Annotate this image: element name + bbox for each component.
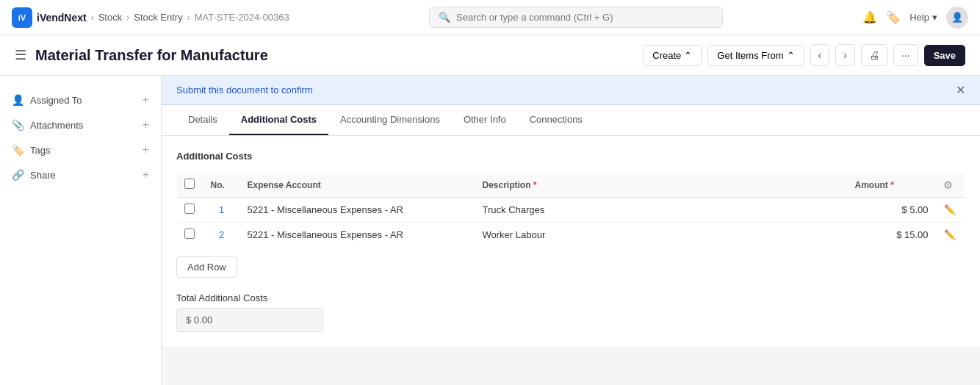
- create-button[interactable]: Create ⌃: [643, 45, 702, 66]
- sidebar-attachments-label: Attachments: [30, 120, 83, 131]
- table-row: 1 5221 - Miscellaneous Expenses - AR Tru…: [177, 198, 965, 223]
- row-checkbox-cell: [177, 223, 203, 248]
- additional-costs-section: Additional Costs No. Expense Account: [162, 136, 980, 347]
- assigned-to-icon: 👤: [12, 94, 24, 106]
- share-add-icon[interactable]: +: [143, 168, 149, 181]
- tab-accounting-dimensions[interactable]: Accounting Dimensions: [328, 105, 452, 135]
- sidebar-item-share[interactable]: 🔗 Share +: [0, 162, 161, 187]
- sidebar-item-assigned-to[interactable]: 👤 Assigned To +: [0, 87, 161, 112]
- save-button[interactable]: Save: [924, 45, 965, 66]
- breadcrumb-stock[interactable]: Stock: [98, 12, 123, 23]
- table-settings-icon[interactable]: ⚙: [943, 179, 953, 191]
- avatar-icon: 👤: [951, 12, 963, 23]
- row-description-2[interactable]: Worker Labour: [475, 223, 848, 248]
- assigned-to-add-icon[interactable]: +: [143, 93, 149, 107]
- breadcrumb-sep-2: ›: [126, 12, 129, 23]
- tab-details[interactable]: Details: [176, 105, 229, 135]
- row-amount-2[interactable]: $ 15.00: [848, 223, 936, 248]
- additional-costs-table: No. Expense Account Description * Amount…: [176, 172, 965, 248]
- breadcrumb-stock-entry[interactable]: Stock Entry: [134, 12, 182, 23]
- tabs: Details Additional Costs Accounting Dime…: [176, 105, 965, 135]
- sidebar-tags-label: Tags: [30, 145, 50, 156]
- row-edit-icon-2[interactable]: ✏️: [944, 229, 956, 240]
- app-name: iVendNext: [37, 12, 87, 24]
- main-content: Submit this document to confirm ✕ Detail…: [162, 76, 980, 385]
- add-row-button[interactable]: Add Row: [176, 256, 237, 278]
- row-description-1[interactable]: Truck Charges: [475, 198, 848, 223]
- tab-other-info[interactable]: Other Info: [452, 105, 518, 135]
- sidebar-assigned-to-label: Assigned To: [30, 95, 82, 106]
- table-header-row: No. Expense Account Description * Amount…: [177, 173, 965, 198]
- avatar[interactable]: 👤: [946, 7, 968, 29]
- row-edit-icon-1[interactable]: ✏️: [944, 204, 956, 215]
- total-section: Total Additional Costs $ 0.00: [176, 292, 965, 332]
- col-header-expense-account: Expense Account: [240, 173, 475, 198]
- submit-banner: Submit this document to confirm ✕: [162, 76, 980, 105]
- sidebar-item-attachments[interactable]: 📎 Attachments +: [0, 112, 161, 137]
- row-edit-cell-2: ✏️: [936, 223, 965, 248]
- get-items-label: Get Items From: [717, 50, 783, 61]
- tabs-container: Details Additional Costs Accounting Dime…: [162, 105, 980, 136]
- breadcrumb-sep-3: ›: [187, 12, 190, 23]
- row-no-2[interactable]: 2: [203, 223, 240, 248]
- row-checkbox-cell: [177, 198, 203, 223]
- topnav-left: iV iVendNext › Stock › Stock Entry › MAT…: [12, 7, 289, 28]
- logo-icon: iV: [12, 7, 32, 28]
- col-header-no: No.: [203, 173, 240, 198]
- banner-close-button[interactable]: ✕: [956, 83, 965, 97]
- page-header: ☰ Material Transfer for Manufacture Crea…: [0, 35, 980, 76]
- tags-icon: 🏷️: [12, 144, 24, 156]
- row-amount-1[interactable]: $ 5.00: [848, 198, 936, 223]
- get-items-chevron-icon: ⌃: [787, 50, 795, 61]
- page-header-left: ☰ Material Transfer for Manufacture: [15, 47, 268, 64]
- row-edit-cell-1: ✏️: [936, 198, 965, 223]
- chevron-down-icon: ▾: [932, 12, 937, 23]
- attachments-icon: 📎: [12, 119, 24, 131]
- sidebar-share-label: Share: [30, 170, 56, 181]
- row-checkbox-2[interactable]: [184, 229, 195, 239]
- more-options-button[interactable]: ···: [893, 44, 918, 66]
- tab-connections[interactable]: Connections: [518, 105, 594, 135]
- section-title: Additional Costs: [176, 151, 965, 162]
- help-label: Help: [909, 12, 929, 23]
- share-icon: 🔗: [12, 169, 24, 181]
- main-layout: 👤 Assigned To + 📎 Attachments + 🏷️ Tags …: [0, 76, 980, 385]
- search-container: 🔍: [429, 7, 723, 28]
- search-input[interactable]: [456, 12, 713, 23]
- bell-icon[interactable]: 🔔: [862, 10, 877, 24]
- print-button[interactable]: 🖨: [861, 44, 887, 66]
- amount-required-star: *: [890, 180, 894, 190]
- submit-banner-text: Submit this document to confirm: [176, 84, 313, 96]
- prev-button[interactable]: ‹: [810, 44, 830, 66]
- tags-add-icon[interactable]: +: [143, 143, 149, 156]
- help-button[interactable]: Help ▾: [909, 12, 937, 23]
- row-expense-account-1[interactable]: 5221 - Miscellaneous Expenses - AR: [240, 198, 475, 223]
- row-expense-account-2[interactable]: 5221 - Miscellaneous Expenses - AR: [240, 223, 475, 248]
- create-chevron-icon: ⌃: [684, 50, 692, 61]
- total-additional-costs-label: Total Additional Costs: [176, 292, 965, 303]
- attachments-add-icon[interactable]: +: [143, 118, 149, 132]
- get-items-button[interactable]: Get Items From ⌃: [707, 45, 804, 66]
- tab-additional-costs[interactable]: Additional Costs: [229, 105, 328, 135]
- table-row: 2 5221 - Miscellaneous Expenses - AR Wor…: [177, 223, 965, 248]
- sidebar: 👤 Assigned To + 📎 Attachments + 🏷️ Tags …: [0, 76, 162, 385]
- next-button[interactable]: ›: [835, 44, 855, 66]
- col-header-check: [177, 173, 203, 198]
- topnav: iV iVendNext › Stock › Stock Entry › MAT…: [0, 0, 980, 35]
- topnav-right: 🔔 🏷️ Help ▾ 👤: [862, 7, 968, 29]
- row-no-1[interactable]: 1: [203, 198, 240, 223]
- breadcrumb-sep-1: ›: [91, 12, 94, 23]
- breadcrumb-current: MAT-STE-2024-00363: [195, 12, 289, 23]
- search-icon: 🔍: [439, 12, 450, 23]
- search-box[interactable]: 🔍: [429, 7, 723, 28]
- col-header-amount: Amount *: [848, 173, 936, 198]
- row-checkbox-1[interactable]: [184, 204, 195, 214]
- description-required-star: *: [533, 180, 537, 190]
- col-header-actions: ⚙: [936, 173, 965, 198]
- hamburger-icon[interactable]: ☰: [15, 47, 26, 63]
- page-title: Material Transfer for Manufacture: [35, 47, 268, 64]
- tag-icon[interactable]: 🏷️: [886, 10, 901, 24]
- sidebar-item-tags[interactable]: 🏷️ Tags +: [0, 137, 161, 162]
- select-all-checkbox[interactable]: [184, 179, 195, 189]
- app-logo[interactable]: iV iVendNext: [12, 7, 87, 28]
